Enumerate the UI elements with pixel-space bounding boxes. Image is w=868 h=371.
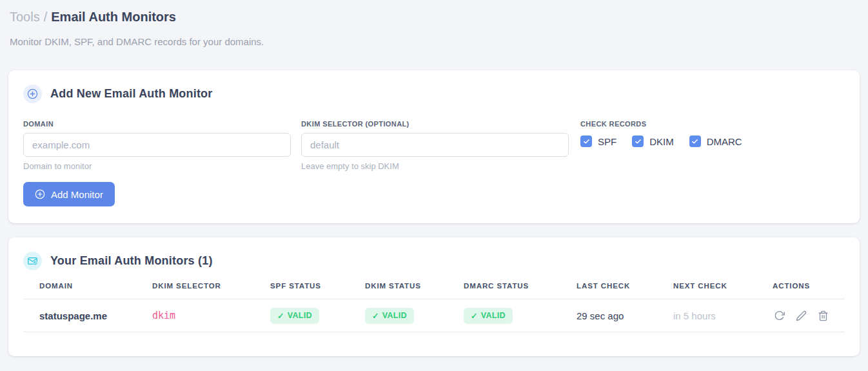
monitor-last-check: 29 sec ago: [577, 299, 673, 332]
dkim-status-text: VALID: [382, 311, 407, 320]
breadcrumb-separator: /: [44, 10, 48, 24]
circle-plus-icon: [23, 85, 42, 103]
refresh-icon[interactable]: [773, 309, 786, 323]
add-monitor-card-title: Add New Email Auth Monitor: [50, 87, 213, 101]
page-subtitle: Monitor DKIM, SPF, and DMARC records for…: [10, 36, 858, 47]
column-header-dmarc-status: DMARC STATUS: [464, 282, 577, 299]
column-header-last-check: LAST CHECK: [577, 282, 673, 299]
table-header-row: DOMAIN DKIM SELECTOR SPF STATUS DKIM STA…: [23, 282, 845, 299]
domain-field-label: DOMAIN: [23, 120, 291, 128]
column-header-dkim-status: DKIM STATUS: [365, 282, 464, 299]
check-icon: ✓: [471, 311, 478, 321]
checkbox-option-dkim[interactable]: DKIM: [632, 135, 674, 147]
checkbox-option-dmarc[interactable]: DMARC: [689, 135, 742, 147]
check-records-label: CHECK RECORDS: [580, 120, 742, 128]
dmarc-status-badge: ✓VALID: [464, 308, 513, 324]
dkim-checkbox[interactable]: [632, 135, 644, 147]
mail-check-icon: [23, 252, 42, 270]
check-records-group: CHECK RECORDS SPF DKIM: [580, 120, 742, 171]
spf-checkbox-label: SPF: [598, 136, 616, 147]
dmarc-status-text: VALID: [481, 311, 506, 320]
add-monitor-card-header: Add New Email Auth Monitor: [23, 85, 845, 103]
column-header-spf-status: SPF STATUS: [270, 282, 365, 299]
add-monitor-form: DOMAIN Domain to monitor DKIM SELECTOR (…: [23, 120, 845, 171]
monitors-table: DOMAIN DKIM SELECTOR SPF STATUS DKIM STA…: [23, 282, 845, 332]
monitor-next-check: in 5 hours: [673, 299, 773, 332]
circle-plus-icon: [35, 189, 45, 199]
monitor-dkim-selector: dkim: [152, 299, 270, 332]
page-header: Tools/Email Auth Monitors Monitor DKIM, …: [8, 0, 860, 47]
dmarc-checkbox-label: DMARC: [707, 136, 742, 147]
row-actions: [773, 309, 845, 323]
dkim-checkbox-label: DKIM: [649, 136, 674, 147]
column-header-dkim-selector: DKIM SELECTOR: [152, 282, 270, 299]
page-title: Email Auth Monitors: [51, 10, 176, 24]
column-header-actions: ACTIONS: [773, 282, 845, 299]
column-header-domain: DOMAIN: [23, 282, 152, 299]
edit-icon[interactable]: [794, 309, 808, 323]
check-icon: ✓: [372, 311, 379, 321]
dkim-selector-field-group: DKIM SELECTOR (OPTIONAL) Leave empty to …: [301, 120, 569, 171]
domain-field-group: DOMAIN Domain to monitor: [23, 120, 291, 171]
spf-status-badge: ✓VALID: [270, 308, 319, 324]
dkim-selector-field-label: DKIM SELECTOR (OPTIONAL): [301, 120, 569, 128]
monitor-domain: statuspage.me: [23, 299, 152, 332]
check-icon: ✓: [277, 311, 284, 321]
dkim-status-badge: ✓VALID: [365, 308, 414, 324]
dmarc-checkbox[interactable]: [689, 135, 701, 147]
spf-checkbox[interactable]: [580, 135, 592, 147]
domain-input[interactable]: [23, 133, 291, 157]
breadcrumb: Tools/Email Auth Monitors: [10, 8, 858, 26]
monitors-card-title: Your Email Auth Monitors (1): [50, 254, 213, 268]
check-records-options: SPF DKIM DMARC: [580, 135, 742, 147]
add-monitor-button-label: Add Monitor: [51, 189, 103, 200]
monitors-card-header: Your Email Auth Monitors (1): [23, 252, 845, 270]
dkim-selector-input[interactable]: [301, 133, 569, 157]
delete-icon[interactable]: [816, 309, 830, 323]
column-header-next-check: NEXT CHECK: [673, 282, 773, 299]
dkim-selector-field-helper: Leave empty to skip DKIM: [301, 161, 569, 171]
add-monitor-card: Add New Email Auth Monitor DOMAIN Domain…: [8, 70, 860, 223]
monitors-card: Your Email Auth Monitors (1) DOMAIN DKIM…: [8, 237, 860, 356]
breadcrumb-tools[interactable]: Tools: [10, 10, 40, 24]
domain-field-helper: Domain to monitor: [23, 161, 291, 171]
checkbox-option-spf[interactable]: SPF: [580, 135, 616, 147]
spf-status-text: VALID: [288, 311, 312, 320]
add-monitor-button[interactable]: Add Monitor: [23, 182, 115, 206]
table-row: statuspage.me dkim ✓VALID ✓VALID ✓VALID …: [23, 299, 845, 332]
